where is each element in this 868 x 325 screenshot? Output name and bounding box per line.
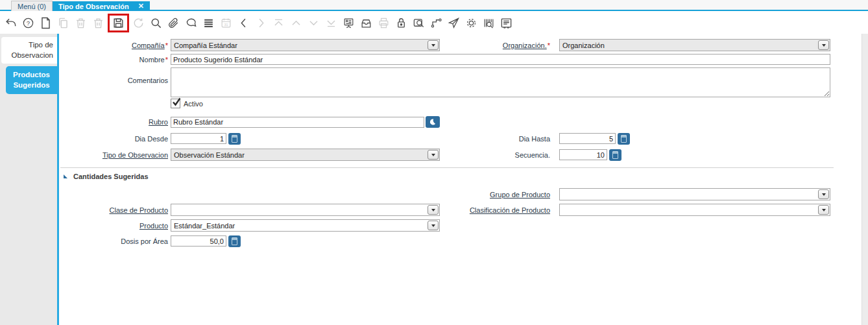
producto-combo[interactable]: Estándar_Estándar xyxy=(171,219,440,232)
find-icon[interactable] xyxy=(150,17,162,29)
producto-label: Producto xyxy=(59,222,171,230)
compania-dropdown-icon[interactable] xyxy=(428,40,439,50)
organizacion-value: Organización xyxy=(560,42,817,49)
tipo-de-observacion-dropdown-icon[interactable] xyxy=(428,150,439,160)
dia-hasta-input[interactable] xyxy=(559,133,616,144)
dosis-por-area-calculator-icon[interactable] xyxy=(228,235,241,247)
required-marker: * xyxy=(165,42,168,49)
required-marker: * xyxy=(165,56,168,64)
compania-combo[interactable]: Compañía Estándar xyxy=(171,39,440,51)
previous-record-icon xyxy=(290,17,302,29)
next-record-icon xyxy=(307,17,320,29)
group-title: Cantidades Sugeridas xyxy=(73,173,149,180)
help-icon[interactable]: ? xyxy=(22,17,34,29)
chat-icon[interactable] xyxy=(185,17,197,29)
rubro-input[interactable] xyxy=(171,117,424,128)
rubro-label-text[interactable]: Rubro xyxy=(149,118,168,126)
secuencia-calculator-icon[interactable] xyxy=(609,149,621,161)
delete-selection-icon xyxy=(92,17,104,29)
grupo-de-producto-combo[interactable] xyxy=(559,188,830,200)
report-icon[interactable] xyxy=(343,17,355,29)
tipo-de-observacion-label: Tipo de Observacion xyxy=(59,151,171,159)
dia-desde-label: Dia Desde xyxy=(59,135,171,143)
dia-hasta-label-text: Dia Hasta xyxy=(519,135,550,143)
save-icon[interactable] xyxy=(112,17,125,29)
preferences-icon[interactable] xyxy=(465,17,477,29)
tipo-de-observacion-combo[interactable]: Observación Estándar xyxy=(171,149,440,161)
activo-label: Activo xyxy=(184,100,203,108)
producto-label-text[interactable]: Producto xyxy=(139,222,168,230)
producto-dropdown-icon[interactable] xyxy=(428,221,439,230)
clase-de-producto-dropdown-icon[interactable] xyxy=(428,205,439,215)
organizacion-dropdown-icon[interactable] xyxy=(818,40,829,50)
comentarios-label-text: Comentarios xyxy=(128,77,168,84)
dia-hasta-calculator-icon[interactable] xyxy=(618,133,630,145)
dosis-por-area-input[interactable] xyxy=(171,235,226,247)
sidebar-tab-tipo-de-observacion[interactable]: Tipo de Observacion xyxy=(1,37,57,64)
new-record-icon[interactable] xyxy=(40,17,52,29)
requests-icon[interactable] xyxy=(448,17,460,29)
rubro-record-button[interactable] xyxy=(426,116,440,128)
compania-label-text[interactable]: Compañía xyxy=(132,42,165,49)
product-info-icon[interactable] xyxy=(483,17,495,29)
activo-checkbox[interactable] xyxy=(171,99,180,108)
undo-icon[interactable] xyxy=(5,17,17,29)
print-icon xyxy=(378,17,390,29)
detail-record-icon xyxy=(255,17,267,29)
clasificacion-de-producto-label: Clasificación de Producto xyxy=(440,206,553,214)
group-header[interactable]: Cantidades Sugeridas xyxy=(59,168,862,181)
grupo-de-producto-dropdown-icon[interactable] xyxy=(818,189,829,199)
zoom-across-icon[interactable] xyxy=(413,17,425,29)
dia-desde-input[interactable] xyxy=(171,133,226,144)
scrollbar-track[interactable] xyxy=(862,34,868,325)
comentarios-textarea[interactable] xyxy=(171,67,830,97)
clase-de-producto-label: Clase de Producto xyxy=(59,206,171,214)
save-highlight-annotation xyxy=(108,14,129,32)
clasificacion-de-producto-combo[interactable] xyxy=(559,204,830,216)
application-window: Menú (0) Tipo de Observación ✕ ? 31 xyxy=(0,0,868,325)
clasificacion-de-producto-label-text[interactable]: Clasificación de Producto xyxy=(470,206,550,214)
archive-icon[interactable] xyxy=(360,17,372,29)
copy-record-icon xyxy=(57,17,69,29)
dia-desde-calculator-icon[interactable] xyxy=(228,133,241,145)
close-tab-icon[interactable]: ✕ xyxy=(138,2,144,10)
nombre-label: Nombre* xyxy=(59,56,171,64)
tab-tipo-de-observacion[interactable]: Tipo de Observación ✕ xyxy=(53,1,150,11)
compania-value: Compañía Estándar xyxy=(171,42,427,49)
required-marker: * xyxy=(548,42,550,49)
attachment-icon[interactable] xyxy=(167,17,180,29)
delete-record-icon xyxy=(75,17,87,29)
clase-de-producto-combo[interactable] xyxy=(171,204,440,216)
tab-label: Tipo de Observación xyxy=(58,3,129,10)
organizacion-label-text[interactable]: Organización. xyxy=(503,42,547,49)
tipo-de-observacion-label-text[interactable]: Tipo de Observacion xyxy=(102,151,168,159)
parent-record-icon[interactable] xyxy=(237,17,250,29)
grupo-de-producto-label-text[interactable]: Grupo de Producto xyxy=(490,191,550,199)
nombre-input[interactable] xyxy=(171,54,830,65)
form-panel: Compañía* Compañía Estándar Organización… xyxy=(59,34,862,325)
window-report-icon[interactable] xyxy=(500,17,512,29)
secuencia-label: Secuencia. xyxy=(440,151,553,159)
grid-toggle-icon[interactable] xyxy=(202,17,215,29)
producto-value: Estándar_Estándar xyxy=(171,222,427,230)
dosis-por-area-label-text: Dosis por Área xyxy=(121,237,168,245)
tab-menu[interactable]: Menú (0) xyxy=(11,1,53,11)
svg-text:?: ? xyxy=(27,19,30,27)
dosis-por-area-label: Dosis por Área xyxy=(59,237,171,245)
organizacion-combo[interactable]: Organización xyxy=(559,39,830,51)
rubro-label: Rubro xyxy=(59,118,171,126)
collapse-triangle-icon[interactable] xyxy=(64,175,67,178)
sidebar-tab-productos-sugeridos[interactable]: Productos Sugeridos xyxy=(6,66,57,94)
lock-icon[interactable] xyxy=(395,17,407,29)
clase-de-producto-label-text[interactable]: Clase de Producto xyxy=(110,206,169,214)
dia-hasta-label: Dia Hasta xyxy=(440,135,553,143)
grupo-de-producto-label: Grupo de Producto xyxy=(440,191,553,199)
refresh-icon xyxy=(132,17,145,29)
comentarios-label: Comentarios xyxy=(59,77,171,84)
tipo-de-observacion-value: Observación Estándar xyxy=(171,151,427,159)
clasificacion-de-producto-dropdown-icon[interactable] xyxy=(818,205,829,215)
compania-label: Compañía* xyxy=(59,42,171,49)
workflow-icon[interactable] xyxy=(430,17,442,29)
first-record-icon xyxy=(272,17,285,29)
secuencia-input[interactable] xyxy=(559,149,607,160)
